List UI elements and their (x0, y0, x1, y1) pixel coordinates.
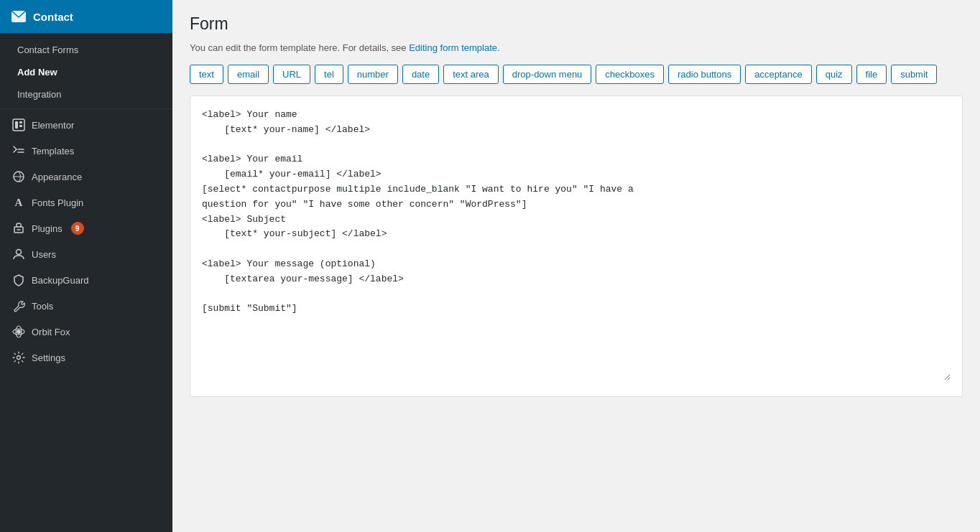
svg-rect-2 (15, 121, 18, 129)
form-editor (190, 95, 963, 397)
tag-btn-quiz[interactable]: quiz (816, 65, 852, 84)
svg-rect-3 (19, 121, 22, 123)
sidebar-divider (0, 108, 172, 109)
tag-btn-tel[interactable]: tel (315, 65, 343, 84)
tag-btn-acceptance[interactable]: acceptance (745, 65, 812, 84)
tag-btn-date[interactable]: date (402, 65, 439, 84)
plugins-badge: 9 (71, 222, 84, 235)
sidebar-item-label: BackupGuard (32, 275, 89, 286)
sidebar-item-plugins[interactable]: Plugins 9 (0, 215, 172, 241)
sidebar-item-contact-forms[interactable]: Contact Forms (0, 39, 172, 61)
tools-icon (11, 299, 26, 313)
sidebar-item-integration[interactable]: Integration (0, 83, 172, 106)
mail-icon (11, 9, 26, 24)
tag-btn-email[interactable]: email (228, 65, 269, 84)
description: You can edit the form template here. For… (190, 42, 963, 53)
sidebar-item-label: Add New (17, 67, 57, 78)
sidebar-item-fonts-plugin[interactable]: A Fonts Plugin (0, 190, 172, 215)
shield-icon (11, 273, 26, 287)
svg-rect-4 (19, 125, 22, 127)
sidebar-item-add-new[interactable]: Add New (0, 61, 172, 83)
appearance-icon (11, 169, 26, 184)
tag-btn-url[interactable]: URL (273, 65, 310, 84)
main-content: Form You can edit the form template here… (172, 0, 980, 532)
tag-btn-text[interactable]: text (190, 65, 223, 84)
svg-point-15 (17, 356, 21, 360)
sidebar-item-orbit-fox[interactable]: Orbit Fox (0, 319, 172, 345)
sidebar-item-backupguard[interactable]: BackupGuard (0, 267, 172, 293)
sidebar-item-appearance[interactable]: Appearance (0, 164, 172, 190)
sidebar-item-label: Templates (32, 146, 74, 157)
sidebar-item-label: Settings (32, 353, 65, 363)
sidebar-header[interactable]: Contact (0, 0, 172, 33)
sidebar: Contact Contact Forms Add New Integratio… (0, 0, 172, 532)
tag-btn-radio[interactable]: radio buttons (668, 65, 741, 84)
sidebar-item-label: Contact Forms (17, 45, 78, 55)
svg-point-12 (17, 330, 21, 334)
editing-form-template-link[interactable]: Editing form template (409, 42, 497, 53)
sidebar-header-title: Contact (33, 11, 73, 23)
tag-buttons-container: text email URL tel number date text area… (190, 65, 963, 84)
tag-btn-file[interactable]: file (856, 65, 887, 84)
svg-point-11 (17, 250, 22, 255)
sidebar-item-templates[interactable]: Templates (0, 138, 172, 164)
tag-btn-checkboxes[interactable]: checkboxes (596, 65, 664, 84)
svg-rect-1 (13, 119, 24, 131)
sidebar-item-settings[interactable]: Settings (0, 345, 172, 370)
orbitfox-icon (11, 325, 26, 339)
sidebar-item-label: Tools (32, 301, 53, 312)
tag-btn-submit[interactable]: submit (891, 65, 937, 84)
sidebar-item-label: Integration (17, 89, 61, 100)
form-content-textarea[interactable] (202, 108, 951, 381)
sidebar-item-label: Elementor (32, 120, 74, 131)
plugins-icon (11, 221, 26, 235)
templates-icon (11, 144, 26, 158)
sidebar-item-elementor[interactable]: Elementor (0, 112, 172, 138)
sidebar-item-label: Orbit Fox (32, 327, 70, 337)
sidebar-item-label: Plugins (32, 223, 63, 234)
description-text-suffix: . (497, 42, 500, 53)
sidebar-item-label: Appearance (32, 172, 82, 182)
sidebar-item-users[interactable]: Users (0, 241, 172, 267)
page-title: Form (190, 14, 963, 34)
sidebar-item-tools[interactable]: Tools (0, 293, 172, 319)
tag-btn-dropdown[interactable]: drop-down menu (503, 65, 592, 84)
settings-icon (11, 350, 26, 365)
sidebar-item-label: Fonts Plugin (32, 197, 83, 208)
fonts-icon: A (11, 195, 26, 210)
tag-btn-textarea[interactable]: text area (443, 65, 499, 84)
tag-btn-number[interactable]: number (348, 65, 398, 84)
elementor-icon (11, 118, 26, 132)
users-icon (11, 247, 26, 261)
description-text-prefix: You can edit the form template here. For… (190, 42, 409, 53)
sidebar-nav: Contact Forms Add New Integration Elemen… (0, 33, 172, 376)
sidebar-item-label: Users (32, 249, 56, 260)
